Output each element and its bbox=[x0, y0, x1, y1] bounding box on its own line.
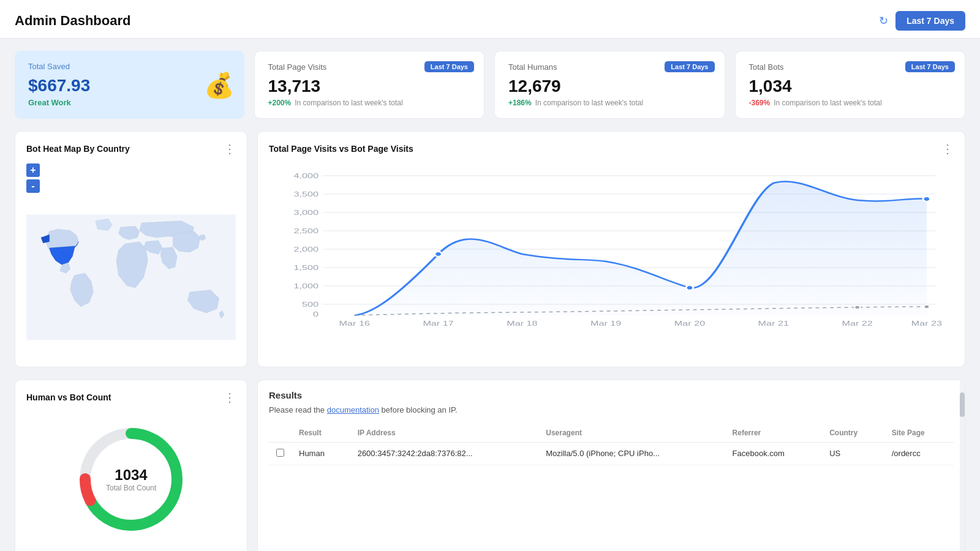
map-controls: + - bbox=[26, 163, 236, 193]
svg-text:Mar 18: Mar 18 bbox=[507, 320, 538, 328]
page-visits-sub: +200% In comparison to last week's total bbox=[268, 99, 471, 107]
results-table: Result IP Address Useragent Referrer Cou… bbox=[269, 424, 954, 465]
donut-card-header: Human vs Bot Count ⋮ bbox=[26, 390, 236, 405]
world-map bbox=[26, 198, 236, 357]
page-visits-value: 13,713 bbox=[268, 77, 471, 96]
results-title: Results bbox=[269, 390, 954, 400]
results-desc: Please read the documentation before blo… bbox=[269, 404, 954, 416]
last7-button[interactable]: Last 7 Days bbox=[895, 11, 965, 31]
total-humans-value: 12,679 bbox=[508, 77, 711, 96]
donut-center: 1034 Total Bot Count bbox=[106, 467, 156, 492]
total-saved-sub: Great Work bbox=[28, 98, 231, 107]
svg-text:0: 0 bbox=[313, 310, 318, 318]
svg-text:2,000: 2,000 bbox=[293, 246, 318, 253]
total-bots-value: 1,034 bbox=[749, 77, 952, 96]
page-title: Admin Dashboard bbox=[15, 13, 130, 29]
refresh-button[interactable]: ↻ bbox=[879, 14, 888, 28]
svg-text:3,500: 3,500 bbox=[293, 190, 318, 198]
col-referrer: Referrer bbox=[725, 424, 823, 443]
line-chart: 4,000 3,500 3,000 2,500 2,000 1,500 1,00… bbox=[269, 163, 954, 335]
money-icon: 💰 bbox=[204, 70, 235, 99]
scrollbar-track bbox=[960, 380, 965, 551]
row-referrer: Facebook.com bbox=[725, 442, 823, 465]
svg-text:2,500: 2,500 bbox=[293, 227, 318, 235]
map-more-button[interactable]: ⋮ bbox=[224, 141, 236, 156]
total-humans-sub: +186% In comparison to last week's total bbox=[508, 99, 711, 107]
table-row: Human 2600:3457:3242:2da8:7376:82... Moz… bbox=[269, 442, 954, 465]
middle-row: Bot Heat Map By Country ⋮ + - bbox=[15, 131, 965, 367]
row-useragent: Mozilla/5.0 (iPhone; CPU iPho... bbox=[538, 442, 725, 465]
main-content: Total Saved $667.93 Great Work 💰 Last 7 … bbox=[0, 39, 980, 551]
chart-card: Total Page Visits vs Bot Page Visits ⋮ 4… bbox=[257, 131, 965, 367]
donut-card: Human vs Bot Count ⋮ 1034 Total Bot Coun… bbox=[15, 380, 247, 551]
svg-text:Mar 17: Mar 17 bbox=[423, 320, 453, 328]
svg-text:Mar 22: Mar 22 bbox=[842, 320, 872, 328]
total-bots-badge: Last 7 Days bbox=[905, 61, 955, 72]
total-humans-change: +186% bbox=[508, 99, 532, 107]
donut-center-num: 1034 bbox=[106, 467, 156, 484]
chart-more-button[interactable]: ⋮ bbox=[941, 141, 954, 156]
total-bots-sub: -369% In comparison to last week's total bbox=[749, 99, 952, 107]
results-desc-pre: Please read the bbox=[269, 405, 327, 414]
col-checkbox bbox=[269, 424, 292, 443]
total-bots-card: Last 7 Days Total Bots 1,034 -369% In co… bbox=[735, 51, 966, 119]
zoom-in-button[interactable]: + bbox=[26, 163, 40, 177]
svg-text:500: 500 bbox=[302, 301, 318, 309]
svg-text:1,000: 1,000 bbox=[293, 282, 318, 290]
row-checkbox[interactable] bbox=[276, 449, 284, 457]
donut-more-button[interactable]: ⋮ bbox=[224, 390, 236, 405]
map-card: Bot Heat Map By Country ⋮ + - bbox=[15, 131, 247, 367]
svg-text:Mar 21: Mar 21 bbox=[758, 320, 790, 328]
col-useragent: Useragent bbox=[538, 424, 725, 443]
total-humans-badge: Last 7 Days bbox=[665, 61, 714, 72]
svg-point-30 bbox=[924, 305, 929, 309]
total-bots-change-label: In comparison to last week's total bbox=[774, 99, 881, 107]
svg-point-27 bbox=[686, 285, 693, 290]
svg-text:Mar 16: Mar 16 bbox=[339, 320, 371, 328]
scrollbar-thumb[interactable] bbox=[960, 392, 965, 417]
top-bar-right: ↻ Last 7 Days bbox=[879, 11, 965, 31]
row-page: /ordercc bbox=[884, 442, 954, 465]
page-visits-card: Last 7 Days Total Page Visits 13,713 +20… bbox=[254, 51, 485, 119]
svg-text:Mar 20: Mar 20 bbox=[674, 320, 706, 328]
top-bar: Admin Dashboard ↻ Last 7 Days bbox=[0, 0, 980, 39]
col-ip: IP Address bbox=[350, 424, 539, 443]
svg-text:Mar 23: Mar 23 bbox=[911, 320, 943, 328]
page-visits-change-label: In comparison to last week's total bbox=[295, 99, 402, 107]
row-result: Human bbox=[292, 442, 350, 465]
page-visits-badge: Last 7 Days bbox=[424, 61, 474, 72]
row-ip: 2600:3457:3242:2da8:7376:82... bbox=[350, 442, 539, 465]
results-card: Results Please read the documentation be… bbox=[257, 380, 965, 551]
total-saved-title: Total Saved bbox=[28, 62, 231, 71]
table-header-row: Result IP Address Useragent Referrer Cou… bbox=[269, 424, 954, 443]
svg-text:3,000: 3,000 bbox=[293, 209, 318, 217]
total-humans-card: Last 7 Days Total Humans 12,679 +186% In… bbox=[494, 51, 725, 119]
total-saved-card: Total Saved $667.93 Great Work 💰 bbox=[15, 51, 244, 119]
chart-card-title: Total Page Visits vs Bot Page Visits bbox=[269, 144, 413, 154]
bottom-row: Human vs Bot Count ⋮ 1034 Total Bot Coun… bbox=[15, 380, 965, 551]
svg-text:1,500: 1,500 bbox=[293, 264, 318, 272]
svg-text:Mar 19: Mar 19 bbox=[590, 320, 622, 328]
zoom-out-button[interactable]: - bbox=[26, 179, 40, 193]
col-country: Country bbox=[822, 424, 884, 443]
svg-point-26 bbox=[435, 252, 442, 257]
svg-point-28 bbox=[923, 197, 930, 201]
chart-card-header: Total Page Visits vs Bot Page Visits ⋮ bbox=[269, 141, 954, 156]
page-visits-change: +200% bbox=[268, 99, 292, 107]
col-result: Result bbox=[292, 424, 350, 443]
svg-text:4,000: 4,000 bbox=[293, 172, 318, 180]
map-card-title: Bot Heat Map By Country bbox=[26, 144, 130, 154]
results-desc-post: before blocking an IP. bbox=[379, 405, 458, 414]
row-checkbox-cell[interactable] bbox=[269, 442, 292, 465]
map-card-header: Bot Heat Map By Country ⋮ bbox=[26, 141, 236, 156]
total-bots-change: -369% bbox=[749, 99, 771, 107]
total-humans-change-label: In comparison to last week's total bbox=[535, 99, 643, 107]
stats-row: Total Saved $667.93 Great Work 💰 Last 7 … bbox=[15, 51, 965, 119]
col-page: Site Page bbox=[884, 424, 954, 443]
row-country: US bbox=[822, 442, 884, 465]
donut-center-label: Total Bot Count bbox=[106, 484, 156, 492]
donut-wrapper: 1034 Total Bot Count bbox=[26, 412, 236, 547]
results-doc-link[interactable]: documentation bbox=[327, 405, 379, 414]
donut-card-title: Human vs Bot Count bbox=[26, 392, 111, 402]
svg-point-29 bbox=[854, 305, 860, 309]
